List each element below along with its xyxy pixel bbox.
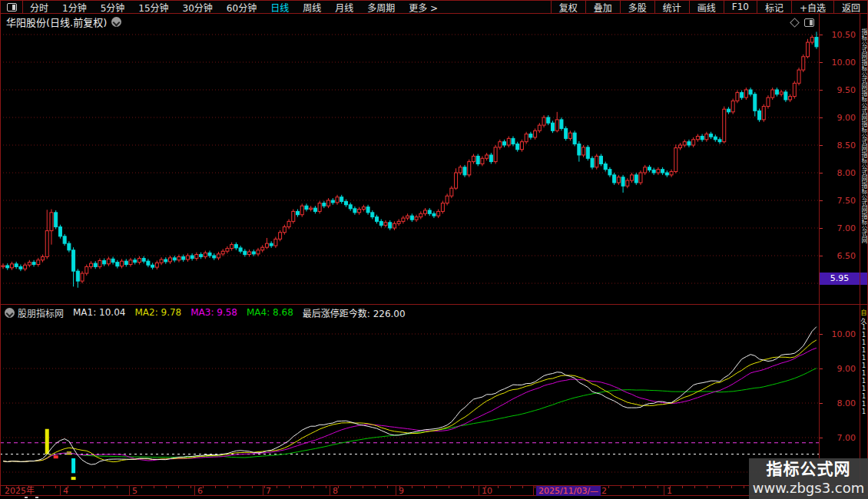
- diamond-marker-icon[interactable]: [790, 18, 800, 28]
- axis-tick: [820, 403, 823, 404]
- price-tag: 5.95: [820, 273, 860, 285]
- indicator-field-4: 最后涨停距今数: 226.00: [303, 306, 406, 319]
- date-minor-tick: [522, 486, 523, 488]
- strip-watermark-text: 指标公式网指标公式网指标公式网指标公式网指标公式网指标公式网指标公式网: [860, 28, 867, 259]
- date-minor-tick: [203, 486, 204, 488]
- axis-tick: [820, 438, 823, 438]
- date-minor-tick: [498, 486, 499, 488]
- menu-item-right-5[interactable]: F10: [724, 1, 757, 13]
- axis-tick: [820, 145, 823, 146]
- indicator-field-2: MA3: 9.58: [190, 307, 237, 318]
- date-minor-tick: [301, 486, 302, 488]
- menu-item-right-0[interactable]: 复权: [551, 1, 585, 13]
- chevron-down-icon[interactable]: [111, 17, 121, 27]
- date-minor-tick: [277, 486, 277, 488]
- date-minor-tick: [645, 486, 646, 488]
- date-minor-tick: [412, 486, 412, 488]
- collapse-panel-icon[interactable]: [5, 308, 15, 318]
- axis-price-label: 9.00: [820, 364, 858, 374]
- period-menu: 分时1分钟5分钟15分钟30分钟60分钟日线周线月线多周期更多 >: [23, 1, 445, 14]
- menu-item-2[interactable]: 5分钟: [94, 1, 132, 14]
- date-minor-tick: [694, 486, 695, 488]
- date-minor-tick: [744, 486, 744, 488]
- menu-item-4[interactable]: 30分钟: [176, 1, 220, 14]
- date-minor-tick: [264, 486, 265, 488]
- menu-item-9[interactable]: 多周期: [360, 1, 402, 14]
- axis-tick: [820, 90, 823, 91]
- date-minor-tick: [436, 486, 437, 488]
- axis-price-label: 8.00: [820, 168, 858, 178]
- axis-price-label: 7.00: [820, 433, 858, 443]
- date-minor-tick: [289, 486, 290, 488]
- menu-item-right-3[interactable]: 统计: [654, 1, 689, 13]
- date-minor-tick: [621, 486, 621, 488]
- date-minor-tick: [510, 486, 511, 488]
- stock-title: 华阳股份(日线.前复权): [6, 15, 107, 29]
- menu-item-7[interactable]: 周线: [296, 1, 328, 14]
- divider-panels: [0, 304, 868, 305]
- date-minor-tick: [535, 486, 535, 488]
- date-minor-tick: [363, 486, 363, 488]
- axis-tick: [820, 173, 823, 173]
- panel-toggle-icon[interactable]: [804, 18, 814, 27]
- date-minor-tick: [682, 486, 683, 488]
- date-minor-tick: [633, 486, 634, 488]
- date-minor-tick: [227, 486, 228, 488]
- date-minor-tick: [43, 486, 44, 488]
- frame-axis-left: [819, 14, 820, 486]
- axis-tick: [820, 117, 823, 118]
- date-minor-tick: [449, 486, 449, 488]
- menu-item-right-2[interactable]: 多股: [620, 1, 654, 13]
- date-minor-tick: [473, 486, 474, 488]
- menu-item-right-1[interactable]: 叠加: [585, 1, 620, 13]
- date-label-8[interactable]: 2025/11/03/—: [536, 486, 601, 496]
- main-candlestick-chart[interactable]: [0, 21, 819, 301]
- menu-item-0[interactable]: 分时: [23, 1, 55, 14]
- axis-tick: [820, 368, 823, 369]
- menu-item-3[interactable]: 15分钟: [131, 1, 175, 14]
- indicator-field-0: MA1: 10.04: [73, 307, 125, 318]
- axis-tick: [820, 62, 823, 63]
- date-minor-tick: [240, 486, 240, 488]
- menu-item-5[interactable]: 60分钟: [220, 1, 263, 14]
- window-panel-button[interactable]: [0, 0, 23, 14]
- menu-item-right-6[interactable]: 标记: [757, 1, 791, 13]
- date-minor-tick: [731, 486, 732, 488]
- menu-item-10[interactable]: 更多 >: [402, 1, 445, 14]
- axis-price-label: 10.00: [820, 329, 858, 339]
- menu-item-1[interactable]: 1分钟: [55, 1, 94, 14]
- axis-price-label: 7.50: [820, 196, 858, 206]
- date-minor-tick: [387, 486, 388, 488]
- menu-item-right-8[interactable]: 返回: [833, 1, 868, 13]
- date-minor-tick: [141, 486, 142, 488]
- axis-price-label: 10.00: [820, 58, 858, 68]
- date-minor-tick: [55, 486, 56, 488]
- date-minor-tick: [350, 486, 351, 488]
- axis-tick: [820, 256, 823, 256]
- axis-tick: [820, 334, 823, 335]
- date-minor-tick: [719, 486, 720, 488]
- menu-item-6[interactable]: 日线: [263, 1, 296, 14]
- watermark-site-name: 指标公式网: [749, 458, 868, 480]
- indicator-name: 股朋指标网: [18, 306, 64, 319]
- menu-item-8[interactable]: 月线: [328, 1, 360, 14]
- axis-price-label: 8.00: [820, 398, 858, 408]
- date-minor-tick: [92, 486, 93, 488]
- axis-price-label: 6.50: [820, 251, 858, 261]
- indicator-chart[interactable]: [0, 321, 819, 485]
- menu-item-right-7[interactable]: +自选: [791, 1, 833, 13]
- axis-price-label: 10.50: [820, 30, 858, 40]
- right-vertical-strip: 指标公式网指标公式网指标公式网指标公式网指标公式网指标公式网指标公式网 自久11…: [860, 15, 867, 498]
- watermark-site-url: www.zbgs3.com: [749, 480, 868, 497]
- date-minor-tick: [375, 486, 376, 488]
- tools-menu: 复权叠加多股统计画线F10标记+自选返回: [551, 1, 868, 13]
- site-watermark: 指标公式网 www.zbgs3.com: [749, 458, 868, 499]
- axis-price-label: 9.50: [820, 85, 858, 95]
- date-minor-tick: [608, 486, 609, 488]
- stock-title-bar: 华阳股份(日线.前复权): [6, 15, 121, 28]
- strip-bottom-text: 自久111111111111: [860, 308, 867, 416]
- axis-price-label: 9.00: [820, 113, 858, 123]
- axis-tick: [820, 200, 823, 201]
- menu-item-right-4[interactable]: 画线: [689, 1, 724, 13]
- axis-tick: [820, 35, 823, 35]
